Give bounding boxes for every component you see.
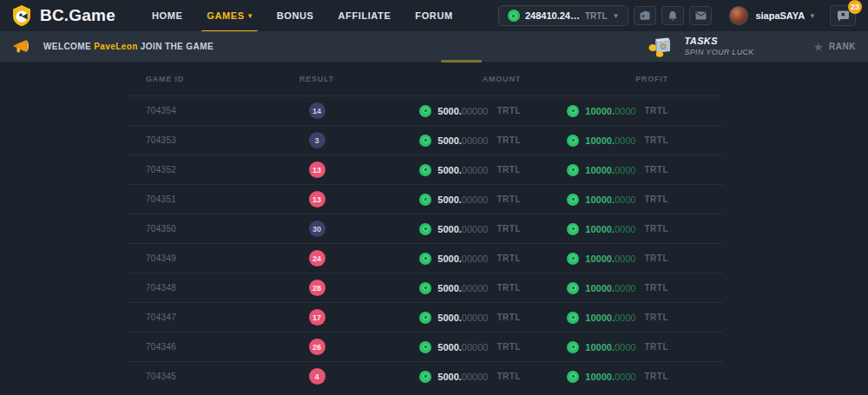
amount-int: 5000. bbox=[437, 342, 462, 352]
profit-currency: TRTL bbox=[644, 194, 668, 204]
balance-amount: 248410.24… bbox=[525, 10, 580, 21]
chevron-down-icon: ▼ bbox=[612, 12, 619, 20]
table-header-row: GAME ID RESULT AMOUNT PROFIT bbox=[126, 62, 723, 95]
table-row[interactable]: 704354 14 5000.00000 TRTL 10000.0000 TRT… bbox=[126, 95, 723, 125]
profit-frac: 0000 bbox=[615, 253, 635, 264]
amount-currency: TRTL bbox=[496, 253, 521, 263]
balance-selector[interactable]: 248410.24… TRTL ▼ bbox=[498, 5, 628, 26]
nav-item-label: BONUS bbox=[277, 10, 314, 21]
result-badge: 24 bbox=[309, 250, 326, 267]
coin-icon bbox=[419, 282, 431, 294]
welcome-message: WELCOME PaveLeon JOIN THE GAME bbox=[43, 42, 214, 51]
amount-int: 5000. bbox=[437, 372, 462, 382]
megaphone-icon bbox=[13, 39, 30, 54]
coin-icon bbox=[419, 194, 431, 206]
profit-currency: TRTL bbox=[644, 224, 668, 234]
game-id: 704349 bbox=[126, 253, 265, 263]
nav-item-games[interactable]: GAMES▾ bbox=[194, 0, 264, 31]
chevron-down-icon: ▼ bbox=[809, 12, 816, 20]
game-id: 704351 bbox=[126, 194, 265, 204]
profit-int: 10000. bbox=[585, 106, 615, 116]
profit-int: 10000. bbox=[585, 135, 615, 146]
amount-int: 5000. bbox=[437, 283, 462, 293]
amount-frac: 00000 bbox=[462, 372, 489, 382]
tasks-subtitle: SPIN YOUR LUCK bbox=[684, 48, 753, 57]
result-badge: 30 bbox=[309, 221, 326, 237]
amount-int: 5000. bbox=[437, 165, 462, 175]
game-id: 704353 bbox=[126, 135, 265, 145]
game-id: 704345 bbox=[126, 372, 265, 381]
nav-item-label: AFFILIATE bbox=[339, 10, 391, 21]
profit-frac: 0000 bbox=[615, 372, 635, 382]
header-result: RESULT bbox=[265, 75, 369, 83]
table-row[interactable]: 704353 3 5000.00000 TRTL 10000.0000 TRTL bbox=[126, 125, 723, 155]
amount-currency: TRTL bbox=[496, 135, 521, 145]
table-row[interactable]: 704349 24 5000.00000 TRTL 10000.0000 TRT… bbox=[126, 243, 723, 273]
profit-currency: TRTL bbox=[644, 342, 668, 352]
wallet-button[interactable] bbox=[634, 6, 656, 25]
messages-button[interactable] bbox=[689, 6, 712, 25]
table-row[interactable]: 704348 28 5000.00000 TRTL 10000.0000 TRT… bbox=[126, 273, 723, 302]
coin-icon bbox=[419, 341, 431, 353]
profit-int: 10000. bbox=[585, 224, 615, 234]
topnav-right: 248410.24… TRTL ▼ siapaSAYA ▼ bbox=[498, 5, 856, 26]
nav-item-label: GAMES bbox=[207, 10, 244, 21]
nav-item-label: HOME bbox=[152, 10, 182, 21]
amount-frac: 00000 bbox=[462, 224, 489, 234]
coin-icon bbox=[419, 371, 431, 383]
chat-button[interactable]: 23 bbox=[830, 5, 856, 26]
table-row[interactable]: 704352 13 5000.00000 TRTL 10000.0000 TRT… bbox=[126, 155, 723, 184]
coin-icon bbox=[567, 223, 579, 235]
profit-int: 10000. bbox=[585, 313, 615, 323]
balance-currency: TRTL bbox=[585, 11, 608, 21]
table-row[interactable]: 704351 13 5000.00000 TRTL 10000.0000 TRT… bbox=[126, 184, 723, 214]
notifications-button[interactable] bbox=[661, 6, 684, 25]
amount-currency: TRTL bbox=[496, 283, 521, 293]
amount-int: 5000. bbox=[437, 253, 462, 264]
amount-int: 5000. bbox=[437, 224, 462, 234]
profit-frac: 0000 bbox=[615, 224, 635, 234]
amount-currency: TRTL bbox=[496, 313, 521, 322]
result-badge: 3 bbox=[309, 132, 326, 148]
amount-int: 5000. bbox=[437, 194, 462, 205]
table-row[interactable]: 704347 17 5000.00000 TRTL 10000.0000 TRT… bbox=[126, 302, 723, 332]
coin-icon bbox=[419, 135, 431, 147]
header-game-id: GAME ID bbox=[126, 75, 265, 83]
welcome-suffix: JOIN THE GAME bbox=[141, 42, 214, 51]
amount-int: 5000. bbox=[437, 106, 462, 116]
nav-item-affiliate[interactable]: AFFILIATE bbox=[326, 0, 404, 31]
profit-currency: TRTL bbox=[644, 135, 668, 145]
bcgame-logo-icon bbox=[10, 4, 33, 27]
coin-icon bbox=[419, 223, 431, 235]
welcome-username: PaveLeon bbox=[94, 42, 137, 51]
rank-widget[interactable]: ★ RANK bbox=[813, 41, 856, 53]
amount-frac: 00000 bbox=[462, 194, 489, 205]
game-id: 704347 bbox=[126, 313, 265, 322]
user-menu[interactable]: siapaSAYA ▼ bbox=[729, 6, 816, 25]
profit-frac: 0000 bbox=[615, 135, 635, 146]
game-id: 704354 bbox=[126, 106, 265, 115]
table-body: 704354 14 5000.00000 TRTL 10000.0000 TRT… bbox=[126, 95, 723, 391]
amount-currency: TRTL bbox=[496, 165, 521, 174]
nav-item-bonus[interactable]: BONUS bbox=[265, 0, 326, 31]
profit-frac: 0000 bbox=[615, 106, 635, 116]
amount-currency: TRTL bbox=[496, 194, 521, 204]
profit-currency: TRTL bbox=[644, 313, 668, 322]
coin-icon bbox=[419, 105, 431, 117]
trtl-coin-icon bbox=[508, 10, 520, 22]
coin-icon bbox=[567, 371, 579, 383]
coin-icon bbox=[567, 282, 579, 294]
nav-item-home[interactable]: HOME bbox=[140, 0, 194, 31]
rank-label: RANK bbox=[829, 42, 856, 51]
tasks-widget[interactable]: TASKS SPIN YOUR LUCK bbox=[648, 36, 753, 58]
amount-frac: 00000 bbox=[462, 283, 489, 293]
table-row[interactable]: 704346 26 5000.00000 TRTL 10000.0000 TRT… bbox=[126, 332, 723, 361]
chat-notification-badge: 23 bbox=[848, 0, 862, 14]
welcome-prefix: WELCOME bbox=[43, 42, 91, 51]
brand-logo-group[interactable]: BC.Game bbox=[10, 4, 115, 27]
nav-item-forum[interactable]: FORUM bbox=[403, 0, 464, 31]
table-row[interactable]: 704345 4 5000.00000 TRTL 10000.0000 TRTL bbox=[126, 361, 723, 391]
result-badge: 14 bbox=[309, 102, 326, 119]
table-row[interactable]: 704350 30 5000.00000 TRTL 10000.0000 TRT… bbox=[126, 214, 723, 243]
header-profit: PROFIT bbox=[521, 75, 668, 83]
